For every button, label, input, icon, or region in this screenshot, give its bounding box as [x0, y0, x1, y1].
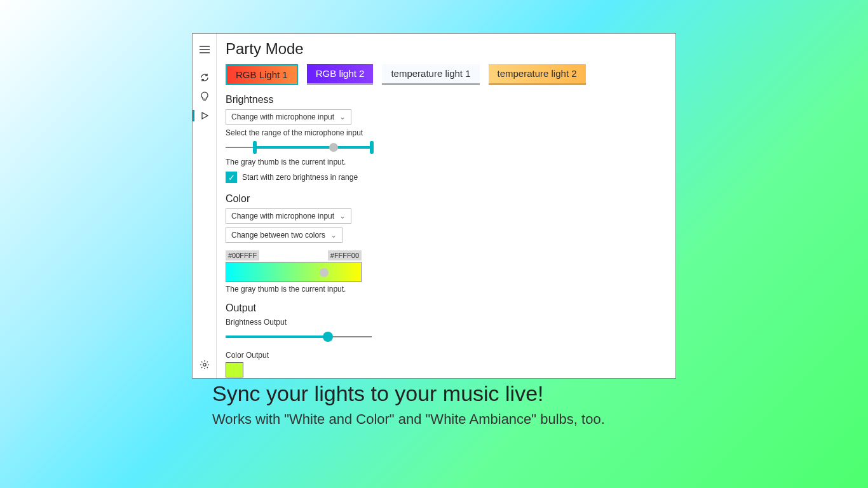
color-hex-row: #00FFFF #FFFF00 [226, 250, 362, 261]
dropdown-label: Change with microphone input [231, 112, 334, 121]
color-output-swatch [226, 362, 243, 377]
range-handle-high[interactable] [370, 141, 374, 154]
brightness-output-slider[interactable] [226, 330, 372, 343]
tab-temperature-light-2[interactable]: temperature light 2 [489, 64, 586, 85]
tab-temperature-light-1[interactable]: temperature light 1 [382, 64, 479, 85]
sync-nav-item[interactable] [193, 68, 217, 87]
color-transition-dropdown[interactable]: Change between two colors ⌄ [226, 227, 342, 243]
color-gradient-slider[interactable] [226, 262, 362, 282]
tab-label: temperature light 2 [498, 68, 577, 79]
dropdown-label: Change between two colors [231, 231, 325, 240]
current-input-thumb [320, 268, 329, 277]
brightness-mode-dropdown[interactable]: Change with microphone input ⌄ [226, 109, 351, 125]
tab-rgb-light-1[interactable]: RGB Light 1 [226, 64, 298, 85]
bulb-icon [200, 92, 209, 102]
brightness-heading: Brightness [226, 94, 665, 105]
menu-button[interactable] [193, 40, 217, 59]
bulb-nav-item[interactable] [193, 87, 217, 106]
promo-headline: Sync your lights to your music live! [212, 381, 657, 406]
zero-brightness-label: Start with zero brightness in range [242, 173, 358, 182]
settings-nav-item[interactable] [193, 355, 217, 374]
light-tabs: RGB Light 1 RGB light 2 temperature ligh… [226, 64, 665, 85]
zero-brightness-checkbox[interactable]: ✓ [226, 172, 237, 183]
check-icon: ✓ [228, 173, 235, 182]
sidebar [193, 34, 217, 378]
tab-rgb-light-2[interactable]: RGB light 2 [307, 64, 374, 85]
brightness-output-label: Brightness Output [226, 318, 665, 327]
brightness-range-label: Select the range of the microphone input [226, 128, 665, 137]
tab-label: temperature light 1 [391, 68, 470, 79]
chevron-down-icon: ⌄ [330, 231, 337, 240]
brightness-hint: The gray thumb is the current input. [226, 158, 665, 166]
range-handle-low[interactable] [253, 141, 257, 154]
dropdown-label: Change with microphone input [231, 212, 334, 220]
gear-icon [200, 360, 210, 370]
app-window: Party Mode RGB Light 1 RGB light 2 tempe… [192, 33, 676, 379]
color-output-label: Color Output [226, 351, 665, 360]
chevron-down-icon: ⌄ [339, 212, 346, 220]
brightness-range-slider[interactable] [226, 140, 372, 155]
content-pane: Party Mode RGB Light 1 RGB light 2 tempe… [217, 34, 675, 378]
promo-text: Sync your lights to your music live! Wor… [212, 381, 657, 429]
slider-knob[interactable] [323, 332, 333, 342]
svg-point-0 [203, 363, 205, 366]
hex-to-chip: #FFFF00 [328, 250, 362, 261]
tab-label: RGB Light 1 [236, 69, 288, 80]
output-heading: Output [226, 302, 665, 314]
chevron-down-icon: ⌄ [339, 112, 346, 121]
play-icon [201, 112, 208, 119]
range-active-segment [255, 146, 372, 149]
hex-from-chip: #00FFFF [226, 250, 259, 261]
page-title: Party Mode [226, 40, 665, 58]
promo-subtext: Works with "White and Color" and "White … [212, 410, 657, 429]
color-hint: The gray thumb is the current input. [226, 285, 665, 294]
tab-label: RGB light 2 [316, 68, 365, 79]
color-mode-dropdown[interactable]: Change with microphone input ⌄ [226, 208, 351, 224]
color-heading: Color [226, 193, 665, 205]
play-nav-item[interactable] [193, 106, 217, 125]
sync-icon [200, 72, 210, 83]
current-input-thumb [329, 143, 338, 152]
hamburger-icon [200, 46, 210, 53]
